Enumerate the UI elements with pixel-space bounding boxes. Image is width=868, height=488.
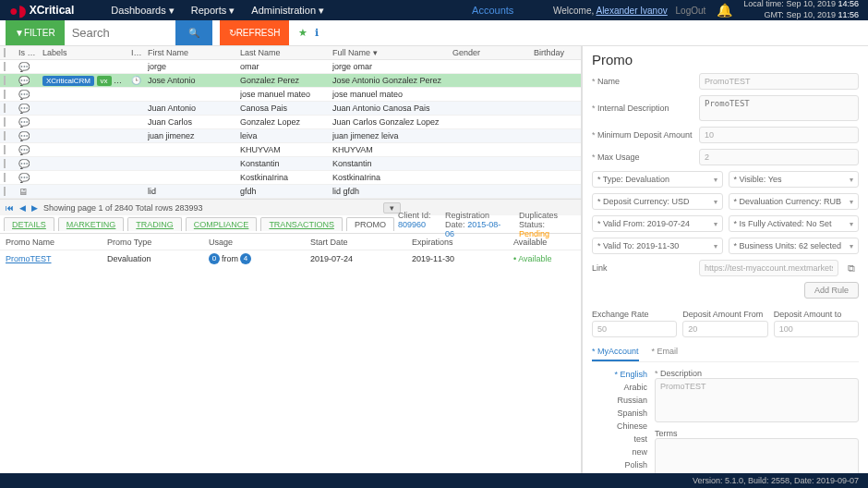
dep-to-input[interactable]: [774, 321, 859, 337]
table-row[interactable]: 💬jose manuel mateojose manuel mateo: [0, 88, 581, 102]
name-input[interactable]: [699, 73, 859, 90]
col-day[interactable]: Is Day: [131, 48, 148, 57]
nav-dashboards[interactable]: Dashboards ▾: [111, 5, 174, 17]
checkbox[interactable]: [4, 90, 6, 99]
terms-box[interactable]: [655, 438, 859, 473]
pcol-usage[interactable]: Usage: [209, 238, 310, 247]
speech-icon[interactable]: 💬: [18, 131, 42, 141]
info-icon[interactable]: ℹ: [315, 27, 319, 39]
valid-from-select[interactable]: * Valid From: 2019-07-24▾: [592, 215, 723, 232]
col-gender[interactable]: Gender: [452, 48, 534, 57]
promo-avail: • Available: [513, 254, 582, 263]
speech-icon[interactable]: 💬: [18, 173, 42, 183]
checkbox[interactable]: [4, 62, 6, 71]
speech-icon[interactable]: 💬: [18, 159, 42, 169]
lang-item[interactable]: Arabic: [592, 381, 647, 394]
pcol-avail[interactable]: Available: [513, 238, 582, 247]
pcol-exp[interactable]: Expirations: [412, 238, 513, 247]
link-input[interactable]: [699, 260, 838, 276]
col-online[interactable]: Is Online: [18, 48, 42, 57]
monitor-icon[interactable]: 🖥: [18, 187, 42, 197]
type-select[interactable]: * Type: Devaluation▾: [592, 171, 723, 188]
col-full[interactable]: Full Name ▾: [332, 48, 452, 57]
speech-icon[interactable]: 💬: [18, 76, 42, 86]
checkbox[interactable]: [4, 76, 6, 85]
lang-item[interactable]: * English: [592, 368, 647, 381]
copy-icon[interactable]: ⧉: [844, 262, 859, 274]
subtab-myaccount[interactable]: * MyAccount: [592, 343, 639, 361]
lang-item[interactable]: new: [592, 445, 647, 458]
bell-icon[interactable]: 🔔: [717, 3, 732, 18]
search-button[interactable]: 🔍: [175, 20, 212, 45]
checkbox[interactable]: [4, 104, 6, 113]
star-icon[interactable]: ★: [298, 27, 307, 39]
pager-first-icon[interactable]: ⏮: [6, 203, 14, 213]
tab-transactions[interactable]: TRANSACTIONS: [260, 217, 343, 231]
speech-icon[interactable]: 💬: [18, 104, 42, 114]
col-labels[interactable]: Labels: [42, 48, 131, 57]
checkbox[interactable]: [4, 187, 6, 196]
tab-trading[interactable]: TRADING: [127, 217, 182, 231]
tab-details[interactable]: DETAILS: [4, 217, 54, 231]
checkbox[interactable]: [4, 117, 6, 127]
accounts-link[interactable]: Accounts: [472, 5, 513, 16]
table-row[interactable]: 💬Juan CarlosGonzalez LopezJuan Carlos Go…: [0, 116, 581, 129]
pager-next-icon[interactable]: ▶: [31, 203, 38, 213]
max-input[interactable]: [699, 149, 859, 165]
speech-icon[interactable]: 💬: [18, 90, 42, 100]
checkbox[interactable]: [4, 159, 6, 168]
pcol-name[interactable]: Promo Name: [6, 238, 107, 247]
visible-select[interactable]: * Visible: Yes▾: [729, 171, 860, 188]
col-last[interactable]: Last Name: [240, 48, 332, 57]
pcol-start[interactable]: Start Date: [310, 238, 412, 247]
col-first[interactable]: First Name: [148, 48, 240, 57]
deposit-currency-select[interactable]: * Deposit Currency: USD▾: [592, 193, 723, 210]
lang-item[interactable]: Polish: [592, 458, 647, 471]
checkbox[interactable]: [4, 48, 6, 57]
pager-prev-icon[interactable]: ◀: [19, 203, 26, 213]
table-row[interactable]: 💬juan jimenezleivajuan jimenez leiva: [0, 129, 581, 143]
tab-compliance[interactable]: COMPLIANCE: [186, 217, 258, 231]
activated-select[interactable]: * Is Fully Activated: No Set▾: [729, 215, 860, 232]
min-input[interactable]: [699, 127, 859, 143]
subtab-email[interactable]: * Email: [652, 343, 679, 361]
table-row[interactable]: 💬KostkinaIrinaKostkinaIrina: [0, 171, 581, 185]
nav-administration[interactable]: Administration ▾: [251, 5, 324, 17]
promo-row[interactable]: PromoTEST Devaluation 0 from 4 2019-07-2…: [0, 250, 581, 267]
checkbox[interactable]: [4, 145, 6, 154]
checkbox[interactable]: [4, 131, 6, 140]
lang-item[interactable]: test: [592, 433, 647, 445]
nav-reports[interactable]: Reports ▾: [191, 5, 235, 17]
table-row[interactable]: 💬KHUYVAMKHUYVAM: [0, 143, 581, 157]
table-row[interactable]: 💬KonstantinKonstantin: [0, 157, 581, 171]
search-input[interactable]: [65, 20, 175, 45]
table-row[interactable]: 🖥lidgfdhlid gfdh: [0, 185, 581, 199]
business-units-select[interactable]: * Business Units: 62 selected▾: [729, 238, 860, 254]
tab-marketing[interactable]: MARKETING: [58, 217, 125, 231]
lang-item[interactable]: Chinese: [592, 420, 647, 433]
lang-item[interactable]: Spanish: [592, 407, 647, 420]
checkbox[interactable]: [4, 173, 6, 182]
col-birthday[interactable]: Birthday: [534, 48, 582, 57]
user-link[interactable]: Alexander Ivanov: [596, 6, 667, 16]
dep-from-input[interactable]: [682, 321, 767, 337]
valid-to-select[interactable]: * Valid To: 2019-11-30▾: [592, 238, 723, 254]
speech-icon[interactable]: 💬: [18, 117, 42, 128]
desc-textarea[interactable]: [699, 95, 859, 121]
tab-promo[interactable]: PROMO: [346, 217, 394, 231]
table-row[interactable]: 💬XCriticalCRM vx Potential🕒Jose AntonioG…: [0, 74, 581, 88]
table-row[interactable]: 💬Juan AntonioCanosa PaisJuan Antonio Can…: [0, 102, 581, 116]
refresh-button[interactable]: ↻ REFRESH: [220, 20, 290, 45]
pcol-type[interactable]: Promo Type: [107, 238, 209, 247]
speech-icon[interactable]: 💬: [18, 62, 42, 72]
description2-box[interactable]: PromoTEST: [655, 378, 859, 422]
table-row[interactable]: 💬jorgeomarjorge omar: [0, 60, 581, 74]
lang-item[interactable]: Russian: [592, 394, 647, 407]
add-rule-button[interactable]: Add Rule: [804, 282, 859, 299]
speech-icon[interactable]: 💬: [18, 145, 42, 155]
exchange-rate-input[interactable]: [592, 321, 677, 337]
promo-name-link[interactable]: PromoTEST: [6, 254, 107, 263]
devaluation-currency-select[interactable]: * Devaluation Currency: RUB▾: [729, 193, 860, 210]
filter-button[interactable]: ▼ FILTER: [6, 20, 65, 45]
logout-link[interactable]: LogOut: [676, 6, 706, 16]
